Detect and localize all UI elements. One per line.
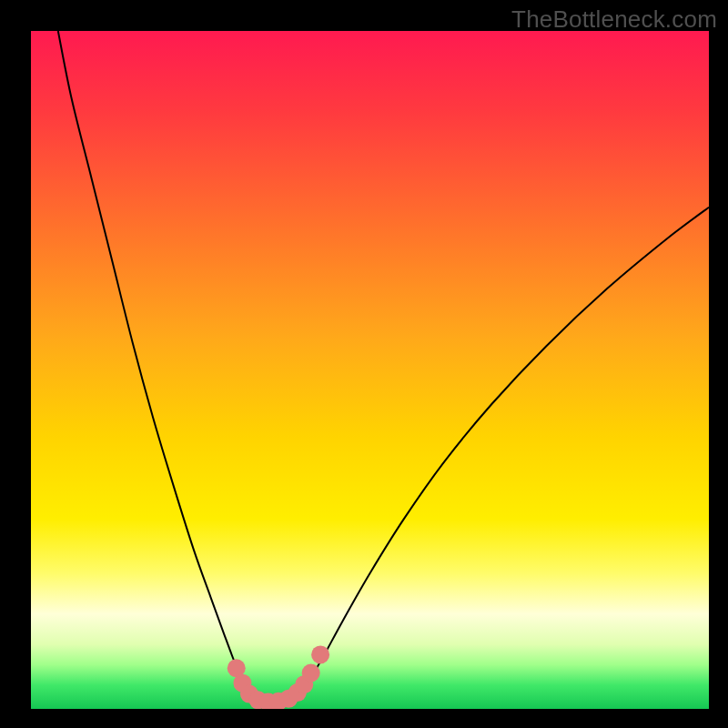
gradient-background [31,31,709,709]
bottleneck-chart [31,31,709,709]
chart-frame: TheBottleneck.com [0,0,728,728]
watermark-text: TheBottleneck.com [511,5,717,34]
highlight-dot [311,645,329,663]
highlight-dot [302,664,320,682]
plot-area [31,31,709,709]
